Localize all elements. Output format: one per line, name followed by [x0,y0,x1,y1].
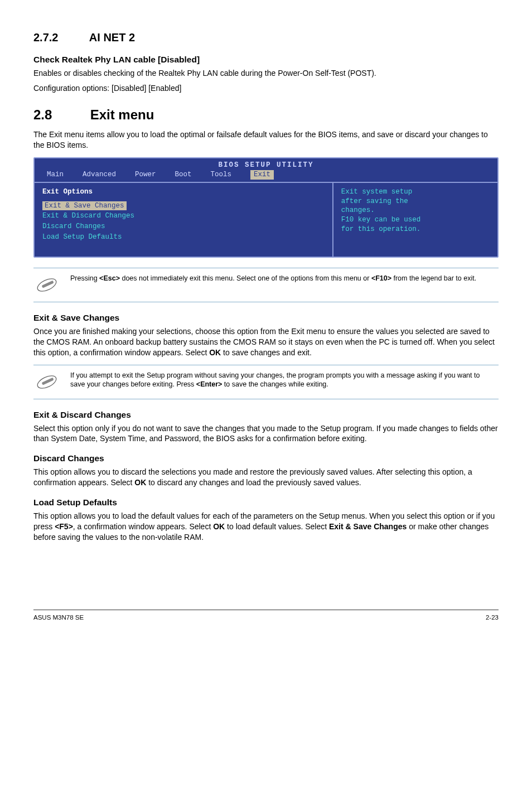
para-load-defaults: This option allows you to load the defau… [33,511,499,543]
section-272-title: AI NET 2 [89,31,135,44]
svg-rect-1 [42,281,54,288]
section-272-number: 2.7.2 [33,30,86,45]
section-272-heading: 2.7.2 AI NET 2 [33,30,499,45]
bios-menu-tools: Tools [211,170,232,180]
bios-left-header: Exit Options [42,188,93,196]
para-check-realtek-1: Enables or disables checking of the Real… [33,68,499,79]
para-check-realtek-2: Configuration options: [Disabled] [Enabl… [33,83,499,94]
bios-menu-power: Power [135,170,156,180]
note1-b: does not immediately exit this menu. Sel… [120,274,371,282]
sub-heading-check-realtek: Check Realtek Phy LAN cable [Disabled] [33,54,499,66]
bios-item-exit-save: Exit & Save Changes [42,201,127,211]
bios-help-line-4: F10 key can be used [341,215,490,225]
note-esc: Pressing <Esc> does not immediately exit… [33,268,499,302]
discard-key: OK [134,478,146,487]
bios-title: BIOS SETUP UTILITY [40,161,492,170]
pencil-icon [36,371,58,393]
bios-help-line-1: after saving the [341,197,490,206]
ld-key1: <F5> [55,522,73,531]
section-28-heading: 2.8 Exit menu [33,106,499,124]
ld-b: , a confirmation window appears. Select [73,522,213,531]
bios-screenshot: BIOS SETUP UTILITY Main Advanced Power B… [33,157,499,258]
exit-save-key: OK [209,348,221,357]
footer-right: 2-23 [486,613,499,622]
bios-item-discard: Discard Changes [42,222,325,231]
para-exit-save: Once you are finished making your select… [33,326,499,358]
note2-key: <Enter> [196,380,223,388]
bios-item-exit-discard: Exit & Discard Changes [42,211,325,221]
page-footer: ASUS M3N78 SE 2-23 [33,610,499,622]
heading-exit-save: Exit & Save Changes [33,312,499,324]
bios-item-load-defaults: Load Setup Defaults [42,233,325,242]
section-28-number: 2.8 [33,106,86,124]
ld-key2: OK [213,522,225,531]
note1-key1: <Esc> [99,274,120,282]
bios-menu-row: Main Advanced Power Boot Tools Exit [35,170,497,182]
heading-exit-discard: Exit & Discard Changes [33,409,499,421]
heading-load-defaults: Load Setup Defaults [33,497,499,509]
footer-left: ASUS M3N78 SE [33,613,84,622]
section-28-title: Exit menu [90,107,154,122]
bios-menu-main: Main [47,170,64,180]
bios-right-panel: Exit system setup after saving the chang… [333,183,497,257]
note-enter: If you attempt to exit the Setup program… [33,365,499,399]
discard-b: to discard any changes and load the prev… [146,478,361,487]
bios-menu-exit: Exit [250,170,274,180]
note2-b: to save the changes while exiting. [222,380,328,388]
section-28-intro: The Exit menu items allow you to load th… [33,129,499,151]
heading-discard: Discard Changes [33,453,499,465]
ld-c: to load default values. Select [225,522,329,531]
exit-save-b: to save changes and exit. [221,348,312,357]
bios-left-panel: Exit Options Exit & Save Changes Exit & … [35,183,333,257]
bios-help-line-2: changes. [341,206,490,215]
para-exit-discard: Select this option only if you do not wa… [33,423,499,445]
note-esc-text: Pressing <Esc> does not immediately exit… [70,274,476,283]
svg-rect-3 [42,377,54,385]
bios-help-line-0: Exit system setup [341,187,490,197]
note1-key2: <F10> [371,274,391,282]
pencil-icon [36,274,58,296]
ld-key3: Exit & Save Changes [329,522,407,531]
note1-a: Pressing [70,274,99,282]
para-discard: This option allows you to discard the se… [33,467,499,488]
bios-help-line-5: for this operation. [341,225,490,234]
note1-c: from the legend bar to exit. [391,274,476,282]
note-enter-text: If you attempt to exit the Setup program… [70,371,496,390]
bios-menu-boot: Boot [175,170,192,180]
bios-menu-advanced: Advanced [83,170,116,180]
